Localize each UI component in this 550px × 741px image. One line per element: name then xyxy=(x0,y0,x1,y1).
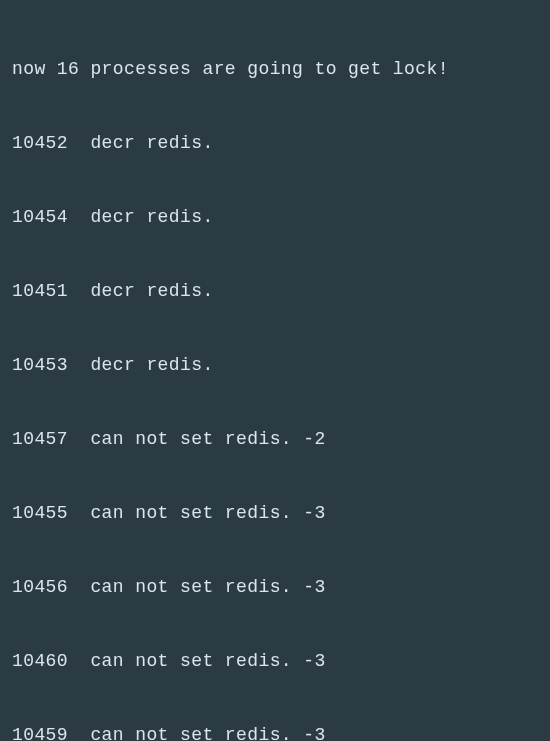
terminal-line: 10453 decr redis. xyxy=(12,347,540,384)
terminal-line: 10457 can not set redis. -2 xyxy=(12,421,540,458)
terminal-line: 10456 can not set redis. -3 xyxy=(12,569,540,606)
terminal-line: now 16 processes are going to get lock! xyxy=(12,51,540,88)
terminal-line: 10454 decr redis. xyxy=(12,199,540,236)
terminal-line: 10455 can not set redis. -3 xyxy=(12,495,540,532)
terminal-line: 10452 decr redis. xyxy=(12,125,540,162)
terminal-line: 10451 decr redis. xyxy=(12,273,540,310)
terminal-output: now 16 processes are going to get lock! … xyxy=(0,0,550,741)
terminal-line: 10459 can not set redis. -3 xyxy=(12,717,540,741)
terminal-line: 10460 can not set redis. -3 xyxy=(12,643,540,680)
